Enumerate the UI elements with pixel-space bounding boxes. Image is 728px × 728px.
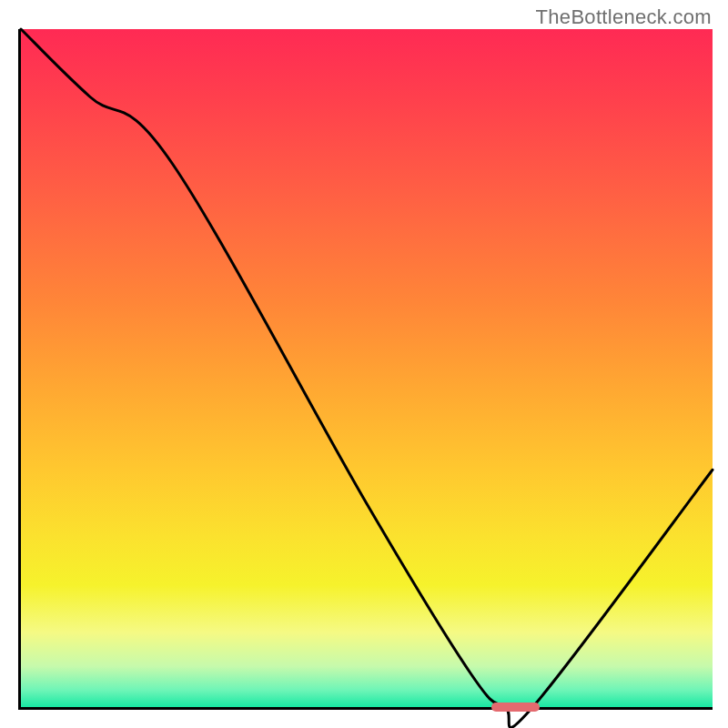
optimal-zone-marker xyxy=(491,703,540,712)
watermark-text: TheBottleneck.com xyxy=(536,5,712,29)
chart-plot-area xyxy=(18,29,713,710)
curve-path xyxy=(21,29,713,727)
bottleneck-curve xyxy=(21,29,713,707)
